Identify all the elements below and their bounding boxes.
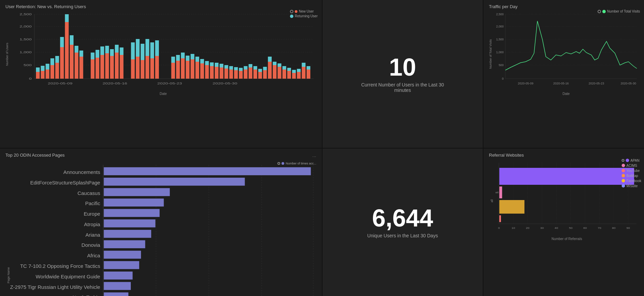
new-user-color-dot: [295, 10, 297, 13]
svg-rect-67: [191, 59, 194, 79]
svg-rect-83: [229, 70, 233, 79]
ref-legend-outline: [622, 159, 624, 162]
svg-text:Ariana: Ariana: [85, 232, 100, 237]
returning-user-color-dot: [290, 15, 293, 18]
svg-rect-165: [104, 178, 245, 186]
unique-users-panel: 6,644 Unique Users in the Last 30 Days: [323, 149, 483, 296]
current-users-panel: 10 Current Number of Users in the Last 3…: [323, 0, 483, 148]
svg-rect-41: [110, 56, 114, 79]
svg-rect-40: [105, 46, 109, 53]
svg-rect-116: [307, 66, 310, 70]
svg-text:70: 70: [598, 226, 601, 229]
apan-legend: APAN: [622, 159, 641, 162]
svg-rect-42: [110, 49, 114, 56]
top20-title: Top 20 ODIN Accessed Pages: [5, 153, 65, 158]
svg-rect-56: [150, 42, 154, 58]
svg-rect-77: [215, 67, 219, 79]
svg-text:all: all: [495, 191, 498, 194]
svg-text:1,500: 1,500: [20, 38, 32, 41]
svg-rect-101: [273, 65, 276, 79]
svg-rect-29: [75, 53, 78, 79]
svg-rect-22: [55, 56, 59, 63]
svg-rect-35: [96, 58, 99, 79]
svg-rect-201: [499, 186, 502, 198]
svg-text:60: 60: [583, 226, 587, 229]
svg-text:2,500: 2,500: [496, 13, 504, 16]
svg-rect-37: [100, 55, 104, 79]
svg-rect-202: [499, 200, 524, 214]
svg-rect-59: [171, 63, 175, 79]
svg-rect-25: [65, 22, 69, 79]
svg-text:500: 500: [499, 63, 504, 67]
y-axis-label-retention: Number of Users: [5, 13, 9, 96]
svg-rect-44: [115, 45, 119, 53]
svg-text:2,000: 2,000: [496, 25, 504, 28]
svg-rect-19: [50, 65, 54, 79]
svg-rect-95: [258, 72, 262, 79]
svg-rect-167: [104, 198, 164, 206]
svg-rect-45: [120, 55, 123, 79]
svg-text:0: 0: [29, 77, 32, 81]
svg-rect-74: [205, 61, 209, 65]
svg-rect-110: [292, 70, 296, 73]
returning-user-legend-item: Returning User: [290, 14, 317, 18]
user-retention-panel: User Retention: New vs. Returning Users …: [0, 0, 322, 148]
dashboard: User Retention: New vs. Returning Users …: [0, 0, 644, 296]
svg-rect-85: [234, 70, 238, 79]
svg-rect-174: [104, 271, 132, 279]
botmap-label: BotMap: [626, 174, 638, 178]
svg-rect-171: [104, 240, 145, 248]
svg-text:2,000: 2,000: [20, 25, 32, 28]
user-retention-legend: New User Returning User: [290, 9, 317, 19]
svg-text:Atropia: Atropia: [84, 221, 100, 227]
svg-rect-73: [205, 65, 209, 79]
top20-legend: Number of times acc...: [277, 162, 316, 165]
misuite-label: MiSuite: [626, 184, 638, 188]
svg-rect-55: [150, 58, 154, 79]
svg-text:Africa: Africa: [87, 253, 100, 258]
svg-rect-65: [186, 61, 189, 79]
svg-text:30: 30: [540, 226, 544, 229]
traffic-per-day-panel: Traffic per Day Number of Total Visits N…: [483, 0, 644, 148]
svg-text:EditForceStructureSplashPage: EditForceStructureSplashPage: [30, 179, 100, 185]
traffic-x-axis-label: Date: [494, 92, 639, 96]
svg-rect-169: [104, 219, 155, 228]
top20-header: Top 20 ODIN Accessed Pages ···: [5, 153, 316, 160]
traffic-legend-color: [602, 10, 606, 13]
svg-text:20: 20: [526, 226, 530, 229]
youtube-label: YouTube: [626, 169, 640, 173]
bottom-right-section: 6,644 Unique Users in the Last 30 Days R…: [323, 149, 644, 296]
svg-rect-203: [499, 215, 501, 222]
svg-rect-173: [104, 261, 139, 269]
svg-rect-70: [195, 57, 199, 62]
botmap-color: [622, 174, 625, 177]
unique-users-number: 6,644: [372, 206, 433, 230]
dots-menu-button[interactable]: ···: [312, 154, 316, 159]
traffic-y-axis-label: Number of Total Visits: [489, 13, 492, 96]
svg-text:2020-05-16: 2020-05-16: [103, 82, 127, 85]
referral-legend: APAN ACIMS YouTube BotMap Facebook: [622, 159, 641, 189]
svg-text:1,500: 1,500: [496, 38, 504, 41]
svg-text:2020-05-09: 2020-05-09: [48, 82, 72, 85]
svg-rect-27: [70, 45, 74, 79]
returning-user-legend-label: Returning User: [295, 14, 317, 18]
svg-text:1,000: 1,000: [496, 51, 504, 54]
svg-rect-18: [46, 64, 49, 70]
svg-rect-48: [131, 42, 135, 59]
svg-rect-47: [131, 59, 135, 79]
svg-text:80: 80: [612, 226, 616, 229]
svg-rect-62: [176, 55, 180, 61]
svg-rect-172: [104, 251, 141, 259]
svg-rect-36: [96, 50, 99, 58]
svg-rect-58: [155, 40, 159, 56]
svg-rect-53: [145, 56, 149, 79]
traffic-legend-label: Number of Total Visits: [607, 9, 640, 13]
retention-x-axis-label: Date: [10, 92, 316, 96]
referral-y-axis-label: all: [489, 161, 494, 241]
traffic-legend-item: Number of Total Visits: [598, 9, 640, 13]
svg-text:2020-05-09: 2020-05-09: [518, 82, 534, 85]
svg-rect-91: [249, 67, 252, 79]
svg-text:Pacific: Pacific: [85, 200, 100, 206]
apan-color: [626, 159, 629, 162]
svg-text:Announcements: Announcements: [63, 169, 100, 175]
